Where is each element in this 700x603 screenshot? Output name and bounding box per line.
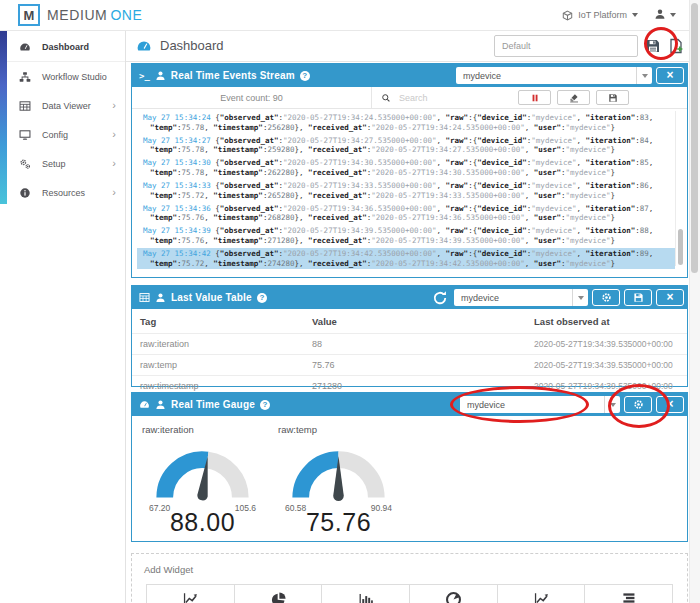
- refresh-button[interactable]: [432, 290, 448, 306]
- gauge-max: 105.6: [235, 503, 256, 513]
- event-count: Event count: 90: [132, 87, 372, 108]
- log-entry[interactable]: May 27 15:34:33 {"observed_at":"2020-05-…: [137, 180, 675, 201]
- log-entry[interactable]: May 27 15:34:39 {"observed_at":"2020-05-…: [137, 225, 675, 246]
- gauge-icon: [139, 399, 150, 410]
- config-icon: [19, 129, 34, 141]
- events-stream-panel: >_ Real Time Events Stream ? ×: [131, 63, 688, 278]
- chevron-down-icon: [670, 13, 676, 17]
- page-scrollbar-thumb[interactable]: [691, 3, 698, 273]
- add-widget-list-button[interactable]: [585, 584, 673, 603]
- page-scrollbar[interactable]: [689, 0, 700, 603]
- add-widget-gauge-button[interactable]: [410, 584, 498, 603]
- dashboard-icon: [19, 41, 34, 53]
- combobox-caret[interactable]: [572, 289, 588, 306]
- cube-icon: [562, 10, 573, 21]
- help-icon[interactable]: ?: [257, 293, 267, 303]
- gauge-raw-iteration: raw:iteration 67.20105.688.00: [136, 421, 269, 537]
- log-entry[interactable]: May 27 15:34:24 {"observed_at":"2020-05-…: [137, 112, 675, 133]
- logo-text-one: ONE: [110, 7, 142, 23]
- export-stream-button[interactable]: [596, 90, 629, 105]
- log-timestamp: May 27 15:34:24: [143, 113, 211, 122]
- sidebar-item-label: Workflow Studio: [42, 72, 107, 82]
- save-dashboard-button[interactable]: [645, 38, 661, 54]
- refresh-icon: [432, 290, 448, 306]
- user-icon: [155, 399, 166, 410]
- search-input[interactable]: [397, 92, 518, 104]
- last-value-table: TagValueLast observed at raw:iteration88…: [132, 309, 687, 396]
- sidebar-item-data-viewer[interactable]: Data Viewer›: [7, 91, 125, 120]
- add-dashboard-button[interactable]: [668, 38, 684, 54]
- chevron-right-icon: ›: [112, 187, 116, 198]
- platform-label: IoT Platform: [578, 10, 627, 20]
- pause-stream-button[interactable]: [518, 90, 551, 105]
- gauge-min: 67.20: [149, 503, 170, 513]
- search-box: [372, 89, 518, 107]
- observed-cell: 2020-05-27T19:34:39.535000+00:00: [526, 355, 687, 376]
- gauge-label: raw:temp: [278, 424, 405, 435]
- close-panel-button[interactable]: ×: [656, 289, 684, 306]
- column-header: Tag: [132, 309, 304, 334]
- help-icon[interactable]: ?: [300, 71, 310, 81]
- terminal-icon: >_: [139, 71, 150, 81]
- sidebar-item-workflow-studio[interactable]: Workflow Studio: [7, 62, 125, 91]
- clear-stream-button[interactable]: [557, 90, 590, 105]
- device-input[interactable]: [460, 396, 604, 413]
- table-row[interactable]: raw:temp75.762020-05-27T19:34:39.535000+…: [132, 355, 687, 376]
- medium-one-logo[interactable]: M MEDIUM ONE: [18, 4, 143, 26]
- help-icon[interactable]: ?: [260, 400, 270, 410]
- events-stream-header: >_ Real Time Events Stream ? ×: [132, 64, 687, 87]
- log-scrollbar[interactable]: [675, 111, 684, 266]
- combobox-caret[interactable]: [636, 67, 652, 84]
- add-widget-pie-chart-button[interactable]: [235, 584, 323, 603]
- log-entry[interactable]: May 27 15:34:27 {"observed_at":"2020-05-…: [137, 135, 675, 156]
- eraser-icon: [569, 93, 579, 103]
- panel-title: Real Time Events Stream: [171, 70, 295, 81]
- log-entry[interactable]: May 27 15:34:36 {"observed_at":"2020-05-…: [137, 203, 675, 224]
- save-widget-button[interactable]: [624, 289, 652, 306]
- sidebar: DashboardWorkflow StudioData Viewer›Conf…: [0, 30, 126, 603]
- log-entry[interactable]: May 27 15:34:30 {"observed_at":"2020-05-…: [137, 157, 675, 178]
- last-value-header: Last Value Table ?: [132, 286, 687, 309]
- log-entry[interactable]: May 27 15:34:42 {"observed_at":"2020-05-…: [137, 248, 675, 269]
- pause-icon: [530, 93, 540, 103]
- search-icon: [381, 89, 391, 107]
- log-scrollbar-thumb[interactable]: [678, 229, 684, 265]
- gauge-row: raw:iteration 67.20105.688.00raw:temp 60…: [132, 416, 687, 537]
- chevron-down-icon: [632, 13, 638, 17]
- device-input[interactable]: [456, 67, 636, 84]
- device-combobox: [460, 396, 620, 413]
- gauge-raw-temp: raw:temp 60.5890.9475.76: [272, 421, 405, 537]
- bar-chart-icon: [357, 591, 374, 603]
- user-icon: [155, 70, 166, 81]
- sidebar-gradient-strip: [0, 30, 7, 204]
- close-panel-button[interactable]: ×: [656, 67, 684, 84]
- log-timestamp: May 27 15:34:33: [143, 181, 211, 190]
- table-icon: [139, 292, 150, 303]
- close-panel-button[interactable]: ×: [656, 396, 684, 413]
- close-icon: ×: [666, 398, 673, 410]
- user-menu[interactable]: [654, 6, 676, 24]
- sidebar-item-setup[interactable]: Setup›: [7, 149, 125, 178]
- platform-menu[interactable]: IoT Platform: [562, 10, 638, 21]
- device-combobox: [454, 289, 588, 306]
- add-widget-line-chart-button[interactable]: [498, 584, 586, 603]
- add-widget-bar-chart-button[interactable]: [322, 584, 410, 603]
- device-combobox: [456, 67, 652, 84]
- events-toolbar: Event count: 90: [132, 87, 687, 109]
- device-input[interactable]: [454, 289, 572, 306]
- line-chart-icon: [182, 591, 199, 603]
- chevron-right-icon: ›: [112, 158, 116, 169]
- settings-button[interactable]: [624, 396, 652, 413]
- combobox-caret[interactable]: [604, 396, 620, 413]
- dashboard-name-input[interactable]: [494, 35, 638, 57]
- close-icon: ×: [666, 291, 673, 303]
- sidebar-item-resources[interactable]: Resources›: [7, 178, 125, 207]
- data-viewer-icon: [19, 100, 34, 112]
- add-widget-line-chart-button[interactable]: [146, 584, 235, 603]
- log-timestamp: May 27 15:34:36: [143, 204, 211, 213]
- sidebar-item-dashboard[interactable]: Dashboard: [7, 32, 125, 62]
- table-row[interactable]: raw:iteration882020-05-27T19:34:39.53500…: [132, 334, 687, 355]
- settings-button[interactable]: [592, 289, 620, 306]
- sidebar-item-config[interactable]: Config›: [7, 120, 125, 149]
- gauge-chart: [272, 436, 405, 501]
